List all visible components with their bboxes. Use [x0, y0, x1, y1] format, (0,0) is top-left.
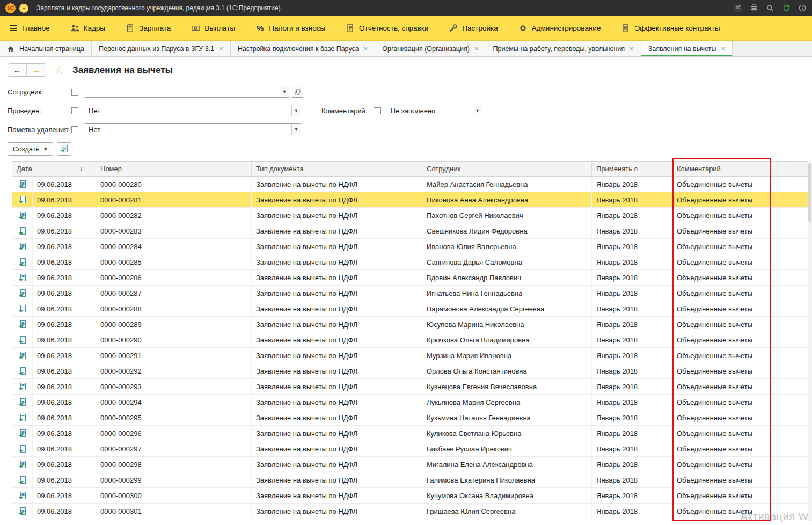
table-row[interactable]: 09.06.2018 0000-000292 Заявление на выче…: [12, 363, 808, 379]
table-row[interactable]: 09.06.2018 0000-000298 Заявление на выче…: [12, 457, 808, 472]
table-row[interactable]: 09.06.2018 0000-000283 Заявление на выче…: [12, 223, 808, 239]
cell-employee: Парамонова Александра Сергеевна: [422, 301, 592, 316]
cell-comment: Объединенные вычеты: [672, 363, 771, 378]
table-row[interactable]: 09.06.2018 0000-000297 Заявление на выче…: [12, 441, 808, 457]
column-header-date[interactable]: Дата ↓: [12, 162, 96, 176]
chevron-down-icon[interactable]: ▼: [280, 86, 289, 97]
main-menu-button[interactable]: ▾: [19, 4, 28, 13]
tab-home[interactable]: Начальная страница: [0, 41, 92, 56]
tab-close-icon[interactable]: ×: [364, 45, 368, 52]
table-row[interactable]: 09.06.2018 0000-000294 Заявление на выче…: [12, 395, 808, 410]
chevron-down-icon[interactable]: ▼: [291, 124, 301, 135]
menu-item-otchetnost[interactable]: Отчетность, справки: [346, 24, 428, 33]
scrollbar-thumb[interactable]: [808, 163, 811, 222]
table-row[interactable]: 09.06.2018 0000-000285 Заявление на выче…: [12, 254, 808, 270]
cell-employee: Свешникова Лидия Федоровна: [422, 223, 592, 238]
document-posted-icon: [12, 239, 33, 254]
forward-button[interactable]: →: [27, 64, 46, 76]
documents-table: Дата ↓ Номер Тип документа Сотрудник При…: [12, 161, 808, 519]
deletion-mark-filter-checkbox[interactable]: [71, 126, 78, 133]
back-button[interactable]: ←: [8, 64, 27, 76]
vertical-scrollbar[interactable]: [808, 163, 812, 521]
cell-employee: Майер Анастасия Геннадьевна: [422, 177, 592, 192]
report-icon: [346, 24, 355, 33]
table-row[interactable]: 09.06.2018 0000-000286 Заявление на выче…: [12, 270, 808, 286]
info-icon[interactable]: [798, 4, 807, 13]
list-toolbar: Создать ▼: [8, 142, 812, 156]
tab-hiring[interactable]: Приемы на работу, переводы, увольнения ×: [486, 41, 641, 56]
table-row[interactable]: 09.06.2018 0000-000291 Заявление на выче…: [12, 348, 808, 363]
preview-icon[interactable]: [765, 4, 774, 13]
cell-filler: [771, 441, 808, 456]
posted-filter-combo[interactable]: Нет ▼: [85, 105, 301, 116]
create-button[interactable]: Создать ▼: [8, 142, 53, 156]
posted-filter-checkbox[interactable]: [71, 107, 78, 114]
table-row[interactable]: 09.06.2018 0000-000280 Заявление на выче…: [12, 177, 808, 192]
employee-choose-button[interactable]: [292, 86, 303, 98]
history-nav: ← →: [8, 63, 46, 77]
menu-item-administrirovanie[interactable]: Администрирование: [518, 24, 601, 33]
column-header-doc-type[interactable]: Тип документа: [252, 162, 422, 176]
menu-item-nastroika[interactable]: Настройка: [449, 24, 498, 33]
table-row[interactable]: 09.06.2018 0000-000299 Заявление на выче…: [12, 472, 808, 488]
save-icon[interactable]: [733, 4, 742, 13]
table-row[interactable]: 09.06.2018 0000-000300 Заявление на выче…: [12, 488, 808, 504]
table-row[interactable]: 09.06.2018 0000-000296 Заявление на выче…: [12, 426, 808, 441]
tab-parus-transfer[interactable]: Перенос данных из Паруса в ЗГУ 3.1 ×: [92, 41, 231, 56]
tab-close-icon[interactable]: ×: [721, 45, 725, 52]
employee-filter-checkbox[interactable]: [71, 89, 78, 96]
cell-date: 09.06.2018: [33, 254, 96, 269]
tab-organization[interactable]: Организация (Организация) ×: [375, 41, 486, 56]
comment-filter-combo[interactable]: Не заполнено ▼: [387, 105, 482, 116]
menu-item-vyplaty[interactable]: Выплаты: [191, 24, 235, 33]
table-row[interactable]: 09.06.2018 0000-000282 Заявление на выче…: [12, 208, 808, 223]
cell-doc-type: Заявление на вычеты по НДФЛ: [252, 410, 422, 425]
cell-employee: Мигалина Елена Александровна: [422, 457, 592, 472]
cell-apply-from: Январь 2018: [592, 457, 672, 472]
employee-filter-combo[interactable]: ▼: [85, 86, 289, 98]
cell-apply-from: Январь 2018: [592, 177, 672, 192]
menu-item-nalogi[interactable]: % Налоги и взносы: [255, 24, 325, 33]
chevron-down-icon[interactable]: ▼: [473, 105, 482, 116]
table-row[interactable]: 09.06.2018 0000-000290 Заявление на выче…: [12, 332, 808, 348]
column-header-apply-from[interactable]: Применять с: [592, 162, 672, 176]
chevron-down-icon[interactable]: ▼: [291, 105, 301, 116]
column-header-number[interactable]: Номер: [96, 162, 252, 176]
column-header-employee[interactable]: Сотрудник: [422, 162, 592, 176]
table-row[interactable]: 09.06.2018 0000-000301 Заявление на выче…: [12, 504, 808, 519]
deletion-mark-filter-combo[interactable]: Нет ▼: [85, 123, 301, 135]
cell-date: 09.06.2018: [33, 192, 96, 207]
tab-deduction-applications[interactable]: Заявления на вычеты ×: [641, 41, 733, 56]
update-icon[interactable]: [781, 4, 791, 13]
tab-close-icon[interactable]: ×: [474, 45, 479, 52]
menu-item-zarplata[interactable]: Зарплата: [126, 24, 171, 33]
table-row[interactable]: 09.06.2018 0000-000295 Заявление на выче…: [12, 410, 808, 426]
menu-item-kadry[interactable]: Кадры: [70, 24, 105, 33]
favorite-star-icon[interactable]: ☆: [55, 64, 64, 76]
cell-filler: [771, 332, 808, 347]
tab-label: Перенос данных из Паруса в ЗГУ 3.1: [99, 45, 214, 53]
print-icon[interactable]: [749, 4, 758, 13]
table-row[interactable]: 09.06.2018 0000-000288 Заявление на выче…: [12, 301, 808, 317]
table-row[interactable]: 09.06.2018 0000-000289 Заявление на выче…: [12, 317, 808, 332]
cell-date: 09.06.2018: [33, 286, 96, 301]
menu-item-kontrakty[interactable]: Эффективные контракты: [621, 24, 720, 33]
column-header-comment[interactable]: Комментарий: [672, 162, 771, 176]
table-row[interactable]: 09.06.2018 0000-000281 Заявление на выче…: [12, 192, 808, 208]
tab-close-icon[interactable]: ×: [219, 45, 223, 52]
comment-filter-checkbox[interactable]: [374, 107, 381, 114]
tab-parus-connection[interactable]: Настройка подключения к базе Паруса ×: [231, 41, 376, 56]
menu-item-main[interactable]: Главное: [9, 24, 50, 33]
people-icon: [70, 24, 79, 33]
cell-number: 0000-000287: [96, 286, 252, 301]
tab-close-icon[interactable]: ×: [630, 45, 634, 52]
table-row[interactable]: 09.06.2018 0000-000293 Заявление на выче…: [12, 379, 808, 395]
cell-filler: [771, 379, 808, 394]
document-posted-icon: [12, 348, 33, 363]
column-header-filler: [771, 162, 808, 176]
sort-descending-icon: ↓: [79, 165, 83, 173]
posted-filter-label: Проведен:: [8, 107, 71, 115]
create-copy-button[interactable]: [57, 142, 71, 156]
table-row[interactable]: 09.06.2018 0000-000284 Заявление на выче…: [12, 239, 808, 254]
table-row[interactable]: 09.06.2018 0000-000287 Заявление на выче…: [12, 286, 808, 301]
